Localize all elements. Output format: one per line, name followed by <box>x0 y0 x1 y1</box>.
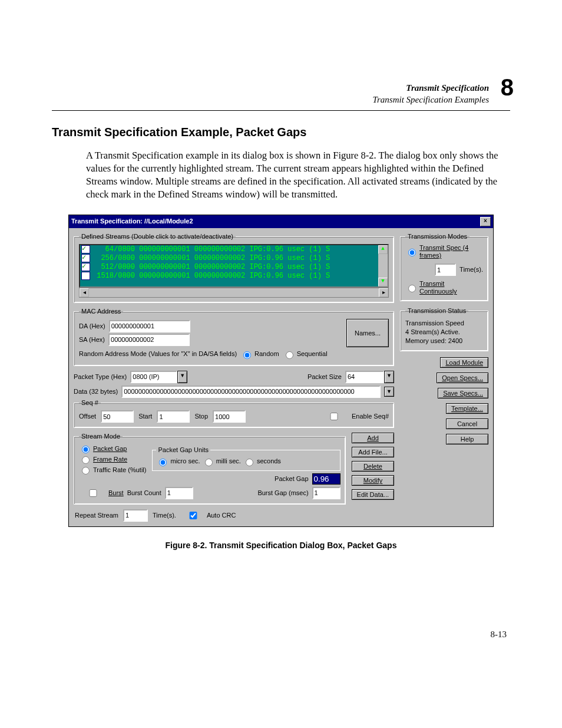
open-specs-button[interactable]: Open Specs... <box>437 373 488 383</box>
stream-mode-group: Stream Mode Packet Gap Frame Rate Traffi… <box>74 433 346 505</box>
running-header-line2: Transmit Specification Examples <box>52 94 489 106</box>
seq-start-field[interactable] <box>157 410 190 423</box>
packet-type-combo[interactable]: ▼ <box>130 371 187 383</box>
delete-button[interactable]: Delete <box>352 461 394 472</box>
enable-seq-checkbox[interactable]: Enable Seq# <box>318 411 389 422</box>
burst-gap-label: Burst Gap (msec) <box>257 489 308 497</box>
seq-stop-field[interactable] <box>213 410 246 423</box>
seq-legend: Seq # <box>79 399 101 407</box>
trans-status-legend: Transmission Status <box>405 307 468 315</box>
transmission-modes-group: Transmission Modes Transmit Spec (4 fram… <box>400 233 488 301</box>
repeat-label: Repeat Stream <box>75 512 118 519</box>
streams-vscroll[interactable]: ▲▼ <box>378 245 388 286</box>
burst-gap-field[interactable] <box>312 487 340 499</box>
transmission-status-group: Transmission Status Transmission Speed 4… <box>400 307 488 352</box>
check-icon <box>81 272 90 280</box>
units-sec-radio[interactable]: seconds <box>243 457 281 466</box>
packet-size-label: Packet Size <box>308 373 342 381</box>
list-item[interactable]: 64/0800 000000000001 000000000002 IPG:0.… <box>81 245 377 254</box>
burst-count-field[interactable] <box>165 487 193 499</box>
packet-type-label: Packet Type (Hex) <box>74 373 127 381</box>
check-icon <box>81 263 90 271</box>
gap-units-group: Packet Gap Units micro sec. milli sec. s… <box>152 446 340 470</box>
da-label: DA (Hex) <box>79 322 105 330</box>
units-usec-radio[interactable]: micro sec. <box>156 457 200 466</box>
auto-crc-checkbox[interactable]: Auto CRC <box>181 510 236 521</box>
scroll-up-icon[interactable]: ▲ <box>378 245 388 254</box>
burst-count-label: Burst Count <box>127 489 161 497</box>
data-field[interactable] <box>121 386 381 398</box>
frame-rate-radio[interactable]: Frame Rate <box>79 454 146 464</box>
transmit-times-label: Time(s). <box>459 266 483 274</box>
transmit-cont-radio[interactable]: Transmit Continuously <box>405 280 483 295</box>
scroll-right-icon[interactable]: ▸ <box>379 288 388 297</box>
burst-checkbox[interactable]: Burst <box>79 487 124 499</box>
sa-field[interactable] <box>108 334 190 346</box>
defined-streams-legend: Defined Streams (Double click to activat… <box>79 233 236 241</box>
dropdown-icon[interactable]: ▼ <box>384 387 394 397</box>
packet-size-combo[interactable]: ▼ <box>345 371 394 383</box>
defined-streams-list[interactable]: ▲▼ 64/0800 000000000001 000000000002 IPG… <box>79 244 389 288</box>
packet-size-field[interactable] <box>345 371 384 383</box>
repeat-times-label: Time(s). <box>153 512 176 519</box>
scroll-left-icon[interactable]: ◂ <box>80 288 89 297</box>
dropdown-icon[interactable]: ▼ <box>384 371 394 383</box>
add-button[interactable]: Add <box>352 433 394 443</box>
mac-legend: MAC Address <box>79 308 123 315</box>
list-item[interactable]: 256/0800 000000000001 000000000002 IPG:0… <box>81 254 377 263</box>
check-icon <box>81 245 90 253</box>
units-msec-radio[interactable]: milli sec. <box>202 457 241 466</box>
sequential-radio[interactable]: Sequential <box>283 350 328 359</box>
dialog-title: Transmit Specification: //Local/Module2 <box>71 218 193 225</box>
scroll-down-icon[interactable]: ▼ <box>378 278 388 286</box>
dialog-titlebar[interactable]: Transmit Specification: //Local/Module2 … <box>69 215 493 228</box>
random-radio[interactable]: Random <box>240 350 279 359</box>
load-module-button[interactable]: Load Module <box>440 357 488 368</box>
save-specs-button[interactable]: Save Specs... <box>438 388 488 398</box>
list-item[interactable]: 512/0800 000000000001 000000000002 IPG:0… <box>81 263 377 272</box>
cancel-button[interactable]: Cancel <box>446 419 488 429</box>
help-button[interactable]: Help <box>446 434 488 444</box>
seq-group: Seq # Offset Start Stop Enable Seq# <box>74 399 394 428</box>
data-label: Data (32 bytes) <box>74 388 118 396</box>
section-heading: Transmit Specification Example, Packet G… <box>52 125 510 139</box>
dropdown-icon[interactable]: ▼ <box>177 371 187 383</box>
seq-start-label: Start <box>138 413 152 420</box>
status-speed: Transmission Speed <box>405 319 483 327</box>
figure: Transmit Specification: //Local/Module2 … <box>52 215 510 551</box>
add-file-button[interactable]: Add File... <box>352 447 394 457</box>
packet-gap-field[interactable] <box>312 473 340 485</box>
close-icon[interactable]: × <box>480 217 491 226</box>
template-button[interactable]: Template... <box>446 403 488 414</box>
modify-button[interactable]: Modify <box>352 475 394 486</box>
sa-label: SA (Hex) <box>79 336 105 344</box>
mac-address-group: MAC Address DA (Hex) SA (Hex) <box>74 308 394 366</box>
header-rule <box>52 110 510 111</box>
traffic-rate-radio[interactable]: Traffic Rate (%util) <box>79 465 146 475</box>
packet-type-field[interactable] <box>130 371 177 383</box>
da-field[interactable] <box>109 320 190 332</box>
page-number: 8-13 <box>491 630 507 640</box>
running-header: Transmit Specification Transmit Specific… <box>52 83 510 106</box>
stream-mode-legend: Stream Mode <box>79 433 123 440</box>
random-mode-label: Random Address Mode (Values for "X" in D… <box>79 350 237 358</box>
transmit-spec-radio[interactable]: Transmit Spec (4 frames) <box>405 244 483 259</box>
figure-caption: Figure 8-2. Transmit Specification Dialo… <box>52 540 510 551</box>
list-item[interactable]: 1518/0800 000000000001 000000000002 IPG:… <box>81 272 377 281</box>
section-paragraph: A Transmit Specification example in its … <box>86 149 510 202</box>
repeat-field[interactable] <box>123 509 148 522</box>
transmit-times-field[interactable] <box>435 263 456 276</box>
packet-gap-radio[interactable]: Packet Gap <box>79 444 146 453</box>
gap-units-legend: Packet Gap Units <box>156 446 210 454</box>
transmit-spec-dialog: Transmit Specification: //Local/Module2 … <box>68 215 494 527</box>
names-button[interactable]: Names... <box>346 319 389 347</box>
streams-hscroll[interactable]: ◂▸ <box>79 288 389 298</box>
seq-stop-label: Stop <box>194 413 208 420</box>
running-header-line1: Transmit Specification <box>52 83 489 94</box>
seq-offset-label: Offset <box>79 413 96 420</box>
check-icon <box>81 254 90 262</box>
edit-data-button[interactable]: Edit Data... <box>352 489 394 500</box>
seq-offset-field[interactable] <box>101 410 134 423</box>
defined-streams-group: Defined Streams (Double click to activat… <box>74 233 394 303</box>
trans-modes-legend: Transmission Modes <box>405 233 470 241</box>
